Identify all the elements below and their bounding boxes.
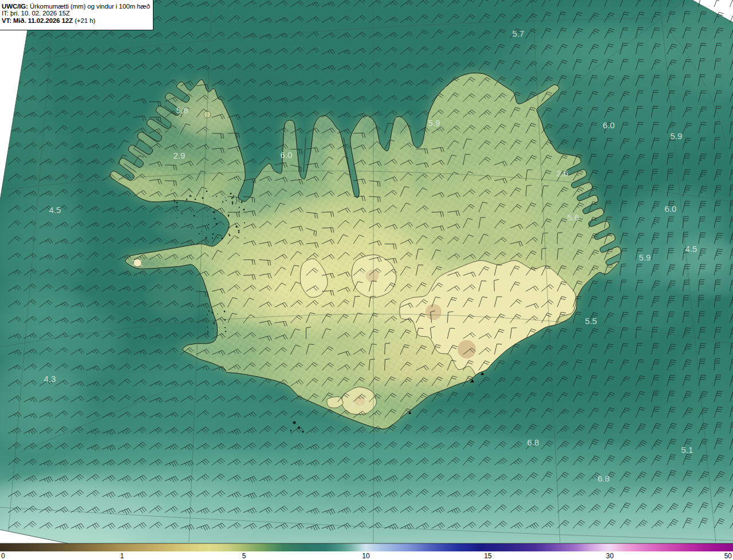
svg-text:5: 5: [242, 552, 246, 560]
svg-text:0.7: 0.7: [359, 269, 371, 278]
svg-text:5.6: 5.6: [568, 212, 580, 222]
svg-text:4.5: 4.5: [685, 244, 697, 254]
svg-text:6.0: 6.0: [603, 120, 615, 130]
svg-text:1: 1: [120, 552, 124, 560]
svg-text:2.6: 2.6: [557, 168, 569, 178]
svg-text:5.9: 5.9: [639, 253, 651, 262]
svg-text:2.1: 2.1: [132, 258, 143, 267]
svg-text:50: 50: [724, 552, 732, 560]
svg-text:5.5: 5.5: [585, 316, 597, 326]
svg-text:5.7: 5.7: [513, 29, 525, 38]
svg-text:6.8: 6.8: [598, 474, 610, 483]
svg-text:5.9: 5.9: [671, 131, 683, 141]
svg-text:10: 10: [362, 552, 370, 560]
svg-text:4.3: 4.3: [44, 374, 56, 384]
svg-text:5.8: 5.8: [176, 105, 188, 115]
svg-text:5.9: 5.9: [428, 118, 440, 128]
svg-text:2.1: 2.1: [351, 400, 362, 409]
svg-text:30: 30: [606, 552, 614, 560]
svg-text:15: 15: [484, 552, 492, 560]
svg-text:2.9: 2.9: [174, 151, 186, 160]
svg-text:4.5: 4.5: [49, 205, 61, 215]
svg-text:6.0: 6.0: [665, 204, 677, 214]
svg-text:5.1: 5.1: [681, 445, 693, 455]
svg-text:6.8: 6.8: [527, 437, 539, 447]
svg-text:6.0: 6.0: [281, 150, 293, 160]
svg-text:0: 0: [1, 552, 5, 560]
svg-text:0.7: 0.7: [436, 317, 447, 326]
